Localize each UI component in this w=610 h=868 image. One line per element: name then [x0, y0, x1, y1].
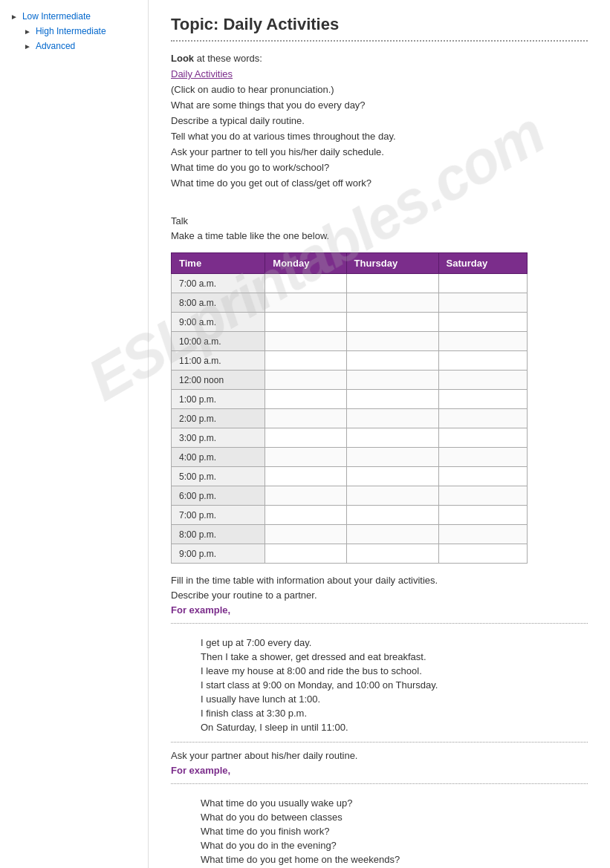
- schedule-cell: [438, 428, 527, 448]
- time-cell: 8:00 p.m.: [172, 525, 265, 544]
- table-row: 7:00 p.m.: [172, 506, 528, 525]
- time-cell: 9:00 a.m.: [172, 313, 265, 332]
- look-rest: at these words:: [194, 53, 262, 64]
- question-3: Tell what you do at various times throug…: [171, 131, 588, 142]
- schedule-cell: [438, 506, 527, 525]
- schedule-cell: [346, 486, 438, 506]
- example2-line-0: What time do you usually wake up?: [201, 797, 588, 809]
- schedule-cell: [346, 351, 438, 371]
- table-row: 4:00 p.m.: [172, 448, 528, 467]
- question-2: Describe a typical daily routine.: [171, 115, 588, 126]
- schedule-cell: [265, 428, 346, 448]
- schedule-cell: [346, 409, 438, 428]
- schedule-cell: [265, 371, 346, 390]
- schedule-cell: [438, 525, 527, 544]
- time-cell: 2:00 p.m.: [172, 409, 265, 428]
- example2-line-3: What do you do in the evening?: [201, 840, 588, 851]
- table-row: 12:00 noon: [172, 371, 528, 390]
- sidebar-item-advanced[interactable]: ► Advanced: [21, 41, 140, 51]
- table-row: 3:00 p.m.: [172, 428, 528, 448]
- schedule-cell: [346, 313, 438, 332]
- schedule-cell: [265, 448, 346, 467]
- schedule-cell: [438, 448, 527, 467]
- table-row: 8:00 p.m.: [172, 525, 528, 544]
- example1-line-5: I finish class at 3:30 p.m.: [201, 708, 588, 719]
- schedule-cell: [438, 313, 527, 332]
- schedule-cell: [438, 332, 527, 351]
- schedule-cell: [438, 390, 527, 409]
- timetable: Time Monday Thursday Saturday 7:00 a.m.8…: [171, 252, 528, 564]
- schedule-cell: [438, 409, 527, 428]
- table-row: 1:00 p.m.: [172, 390, 528, 409]
- example1-line-4: I usually have lunch at 1:00.: [201, 694, 588, 705]
- col-monday: Monday: [265, 253, 346, 274]
- schedule-cell: [265, 313, 346, 332]
- schedule-cell: [265, 390, 346, 409]
- schedule-cell: [346, 544, 438, 564]
- example-block-2: What time do you usually wake up? What d…: [171, 792, 588, 868]
- example1-line-1: Then I take a shower, get dressed and ea…: [201, 651, 588, 662]
- look-paragraph: Look at these words:: [171, 53, 588, 64]
- title-value: Daily Activities: [223, 15, 339, 33]
- timetable-instruction: Make a time table like the one below.: [171, 230, 588, 241]
- example1-line-0: I get up at 7:00 every day.: [201, 637, 588, 648]
- for-example-label-2: For example,: [171, 765, 588, 776]
- schedule-cell: [346, 525, 438, 544]
- col-saturday: Saturday: [438, 253, 527, 274]
- time-cell: 4:00 p.m.: [172, 448, 265, 467]
- look-bold: Look: [171, 53, 194, 64]
- sidebar-link-low-intermediate[interactable]: Low Intermediate: [22, 11, 91, 22]
- time-cell: 9:00 p.m.: [172, 544, 265, 564]
- time-cell: 10:00 a.m.: [172, 332, 265, 351]
- example2-line-2: What time do you finish work?: [201, 826, 588, 837]
- col-time: Time: [172, 253, 265, 274]
- example1-line-6: On Saturday, I sleep in until 11:00.: [201, 722, 588, 733]
- table-row: 8:00 a.m.: [172, 293, 528, 313]
- daily-activities-link[interactable]: Daily Activities: [171, 68, 233, 79]
- time-cell: 5:00 p.m.: [172, 467, 265, 486]
- question-4: Ask your partner to tell you his/her dai…: [171, 146, 588, 157]
- divider-1: [171, 623, 588, 624]
- example2-line-4: What time do you get home on the weekend…: [201, 854, 588, 865]
- schedule-cell: [438, 293, 527, 313]
- bullet-icon-2: ►: [24, 27, 31, 36]
- table-row: 7:00 a.m.: [172, 274, 528, 293]
- schedule-cell: [265, 293, 346, 313]
- sidebar-link-high-intermediate[interactable]: High Intermediate: [36, 26, 106, 36]
- example1-line-3: I start class at 9:00 on Monday, and 10:…: [201, 679, 588, 691]
- schedule-cell: [265, 351, 346, 371]
- schedule-cell: [265, 486, 346, 506]
- schedule-cell: [346, 390, 438, 409]
- sidebar-item-high-intermediate[interactable]: ► High Intermediate: [21, 26, 140, 36]
- sidebar: ► Low Intermediate ► High Intermediate ►…: [0, 0, 149, 868]
- table-row: 5:00 p.m.: [172, 467, 528, 486]
- sidebar-item-low-intermediate[interactable]: ► Low Intermediate: [7, 11, 140, 22]
- table-row: 6:00 p.m.: [172, 486, 528, 506]
- time-cell: 12:00 noon: [172, 371, 265, 390]
- audio-note: (Click on audio to hear pronunciation.): [171, 84, 588, 95]
- schedule-cell: [346, 274, 438, 293]
- timetable-container: Time Monday Thursday Saturday 7:00 a.m.8…: [171, 252, 588, 564]
- for-example-label-1: For example,: [171, 604, 588, 616]
- time-cell: 6:00 p.m.: [172, 486, 265, 506]
- table-header-row: Time Monday Thursday Saturday: [172, 253, 528, 274]
- schedule-cell: [346, 467, 438, 486]
- schedule-cell: [346, 332, 438, 351]
- example-block-1: I get up at 7:00 every day. Then I take …: [171, 631, 588, 743]
- schedule-cell: [438, 486, 527, 506]
- time-cell: 8:00 a.m.: [172, 293, 265, 313]
- schedule-cell: [346, 506, 438, 525]
- table-row: 9:00 a.m.: [172, 313, 528, 332]
- fill-instruction: Fill in the time table with information …: [171, 575, 588, 586]
- sidebar-link-advanced[interactable]: Advanced: [36, 41, 75, 51]
- schedule-cell: [346, 448, 438, 467]
- schedule-cell: [346, 371, 438, 390]
- page-title: Topic: Daily Activities: [171, 15, 588, 42]
- time-cell: 7:00 p.m.: [172, 506, 265, 525]
- question-1: What are some things that you do every d…: [171, 99, 588, 111]
- time-cell: 1:00 p.m.: [172, 390, 265, 409]
- schedule-cell: [346, 293, 438, 313]
- schedule-cell: [265, 332, 346, 351]
- example1-line-2: I leave my house at 8:00 and ride the bu…: [201, 665, 588, 676]
- describe-instruction: Describe your routine to a partner.: [171, 590, 588, 601]
